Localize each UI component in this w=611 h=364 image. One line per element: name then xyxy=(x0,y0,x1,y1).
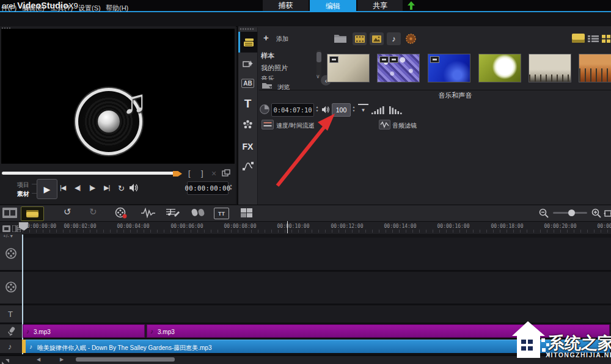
menu-file[interactable]: 件(F) xyxy=(1,4,16,13)
add-folder-plus-icon[interactable] xyxy=(263,32,269,43)
instant-project-tab[interactable] xyxy=(238,56,257,72)
duration-field[interactable]: 0:04:07:10 xyxy=(271,103,314,117)
voice-clip-1[interactable]: 3.mp3 xyxy=(23,324,145,338)
auto-music-button[interactable] xyxy=(166,207,180,220)
menu-tools[interactable]: 工具(T) xyxy=(51,4,73,13)
media-library-tab[interactable] xyxy=(238,32,257,53)
undo-button[interactable] xyxy=(64,206,71,217)
voiceover-button[interactable] xyxy=(191,208,205,220)
motion-path-tab[interactable] xyxy=(238,158,257,175)
options-divider xyxy=(259,90,611,90)
mark-out-button[interactable] xyxy=(201,169,203,178)
duration-stepper[interactable] xyxy=(315,105,320,112)
transition-ab-tab[interactable] xyxy=(238,76,257,90)
video-track-icon[interactable] xyxy=(5,247,17,262)
scroll-right-button[interactable]: ▶ xyxy=(60,357,64,362)
library-folder-samples[interactable]: 样本 xyxy=(261,51,315,60)
volume-stepper[interactable] xyxy=(351,105,356,112)
filter-tab[interactable] xyxy=(238,138,257,155)
fx-icon xyxy=(243,142,254,151)
scroll-left-button[interactable]: ◀ xyxy=(37,357,40,362)
go-end-button[interactable] xyxy=(104,184,109,192)
next-frame-button[interactable] xyxy=(89,184,95,192)
library-folder-music[interactable]: 音乐 xyxy=(261,75,315,80)
zoom-in-button[interactable] xyxy=(591,208,601,220)
fade-out-button[interactable] xyxy=(389,106,402,117)
graphic-tab[interactable] xyxy=(238,116,257,133)
split-clip-button[interactable] xyxy=(222,169,230,180)
view-list-button[interactable] xyxy=(588,34,599,45)
music-note-graphic xyxy=(122,82,147,120)
library-scrollbar-thumb[interactable] xyxy=(316,52,321,62)
timeline-view-button[interactable] xyxy=(21,206,44,221)
menu-settings[interactable]: 设置(S) xyxy=(78,4,101,13)
thumbnail-sample-2[interactable] xyxy=(377,54,420,82)
add-folder-label[interactable]: 添加 xyxy=(276,35,288,43)
filter-audio-button[interactable] xyxy=(387,32,401,45)
go-start-button[interactable] xyxy=(60,184,65,192)
mode-project-label[interactable]: 项目 xyxy=(17,181,29,189)
fade-in-button[interactable] xyxy=(371,106,384,117)
volume-field[interactable]: 100 xyxy=(332,103,351,117)
browse-button[interactable] xyxy=(262,81,274,92)
title-T-icon xyxy=(244,97,252,111)
preview-scrubber-track[interactable] xyxy=(2,172,178,175)
speed-timelapse-button[interactable]: 速度/时间流逝 xyxy=(276,122,315,130)
thumbnail-sample-1[interactable] xyxy=(327,54,370,82)
zoom-out-button[interactable] xyxy=(539,208,549,220)
track-manager-button[interactable] xyxy=(241,208,252,220)
tab-edit[interactable]: 编辑 xyxy=(310,0,356,12)
video-track[interactable] xyxy=(23,238,611,270)
thumbnail-sample-3[interactable] xyxy=(428,54,470,82)
audio-filter-button[interactable]: 音频滤镜 xyxy=(392,122,417,130)
voice-clip-2-label: 3.mp3 xyxy=(158,329,175,335)
repeat-button[interactable] xyxy=(118,184,125,193)
record-capture-button[interactable] xyxy=(115,207,127,221)
menu-help[interactable]: 帮助(H) xyxy=(106,4,128,13)
gallery-folder-button[interactable] xyxy=(334,33,347,46)
backstage-button[interactable] xyxy=(404,32,418,45)
ruler-label: 00:00:10:00 xyxy=(274,224,312,229)
view-grid-button[interactable] xyxy=(602,34,610,45)
upgrade-arrow-button[interactable] xyxy=(403,0,419,11)
timeline-scrollbar-thumb[interactable] xyxy=(76,357,175,362)
mode-clip-label[interactable]: 素材 xyxy=(17,190,29,198)
overlay-track[interactable] xyxy=(23,272,611,304)
track-add-remove-control[interactable] xyxy=(3,233,13,239)
zoom-slider-thumb[interactable] xyxy=(568,209,575,216)
thumbnail-sample-6[interactable] xyxy=(579,54,611,82)
delete-clip-button[interactable] xyxy=(211,169,216,178)
expand-timeline-button[interactable] xyxy=(2,357,9,364)
fit-timeline-button[interactable] xyxy=(604,209,611,220)
subtitle-editor-button[interactable] xyxy=(214,208,229,219)
tab-capture[interactable]: 捕获 xyxy=(263,0,309,11)
fade-menu-button[interactable] xyxy=(358,104,368,115)
scroll-down-icon[interactable] xyxy=(316,73,320,79)
voice-track-icon[interactable] xyxy=(6,327,16,338)
filter-video-button[interactable] xyxy=(353,32,367,45)
overlay-track-icon[interactable] xyxy=(5,281,17,296)
menu-edit[interactable]: 编辑(E) xyxy=(22,4,45,13)
view-thumbnail-button[interactable] xyxy=(572,34,585,43)
filter-photo-button[interactable] xyxy=(370,32,384,45)
thumbnail-sample-4[interactable] xyxy=(478,54,521,82)
prev-frame-button[interactable] xyxy=(75,184,80,192)
sound-mixer-button[interactable] xyxy=(141,208,155,220)
redo-button[interactable] xyxy=(89,206,97,217)
green-up-arrow-icon xyxy=(408,1,415,10)
system-volume-button[interactable] xyxy=(130,183,139,194)
storyboard-view-button[interactable] xyxy=(2,208,17,220)
music-track-icon[interactable] xyxy=(8,342,12,351)
mark-in-button[interactable] xyxy=(188,169,191,178)
library-folder-my-photos[interactable]: 我的照片 xyxy=(261,64,315,73)
title-tab[interactable] xyxy=(238,95,257,112)
fit-project-icon xyxy=(604,209,611,217)
project-dash xyxy=(32,181,37,186)
play-button[interactable] xyxy=(37,179,57,199)
timecode-stepper[interactable] xyxy=(229,183,233,191)
tab-share[interactable]: 共享 xyxy=(357,0,403,11)
thumbnail-sample-5[interactable] xyxy=(529,54,571,82)
title-track-icon[interactable] xyxy=(8,310,13,319)
stepper-down-icon xyxy=(316,109,319,112)
preview-timecode[interactable]: 00:00:00:00 xyxy=(187,181,229,195)
